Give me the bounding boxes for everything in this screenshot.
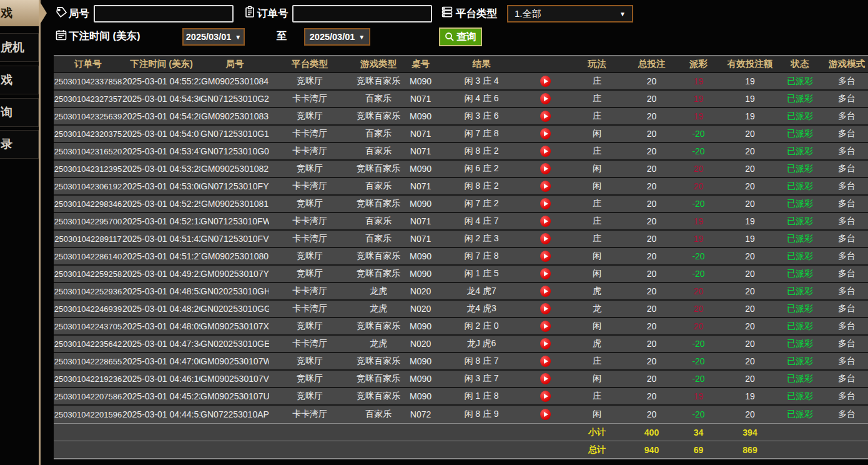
play-video-icon[interactable] bbox=[540, 338, 551, 349]
cell-bet-time: 2025-03-01 04:53:28 bbox=[122, 164, 200, 174]
play-video-icon[interactable] bbox=[540, 76, 551, 87]
play-video-icon[interactable] bbox=[540, 181, 551, 192]
col-header-valid: 有效投注额 bbox=[725, 58, 775, 70]
play-video-icon[interactable] bbox=[540, 251, 551, 262]
play-video-icon[interactable] bbox=[540, 128, 551, 139]
play-video-icon[interactable] bbox=[540, 233, 551, 244]
cell-table-no: M090 bbox=[407, 356, 435, 366]
play-video-icon[interactable] bbox=[540, 391, 551, 402]
cell-play-type: 闲 bbox=[563, 321, 631, 332]
bet-time-label: 下注时间 (美东) bbox=[69, 29, 141, 43]
cell-valid-bet: 20 bbox=[725, 251, 775, 261]
date-from-picker[interactable]: 2025/03/01 ▼ bbox=[182, 28, 245, 46]
cell-play-type: 庄 bbox=[563, 93, 631, 104]
chevron-down-icon: ▼ bbox=[619, 11, 626, 18]
play-video-icon[interactable] bbox=[540, 303, 551, 314]
cell-total-bet: 20 bbox=[631, 286, 672, 296]
sidebar-item-records[interactable]: 录 bbox=[0, 130, 39, 159]
play-video-icon[interactable] bbox=[540, 216, 551, 227]
cell-order-no: 250301042295700 bbox=[54, 217, 122, 226]
cell-result: 闲 4 庄 7 bbox=[435, 216, 528, 227]
cell-total-bet: 20 bbox=[631, 199, 672, 209]
cell-bet-time: 2025-03-01 04:47:34 bbox=[122, 339, 200, 349]
cell-result: 闲 7 庄 8 bbox=[435, 128, 528, 139]
cell-game-type: 竞咪百家乐 bbox=[350, 111, 407, 122]
cell-table-no: N071 bbox=[407, 129, 435, 139]
cell-game-type: 竞咪百家乐 bbox=[350, 321, 407, 332]
subtotal-valid-bet: 394 bbox=[725, 428, 775, 438]
sidebar-item-label: 询 bbox=[1, 104, 12, 121]
play-video-icon[interactable] bbox=[540, 356, 551, 367]
date-from-value: 2025/03/01 bbox=[186, 32, 232, 42]
cell-status: 已派彩 bbox=[775, 93, 825, 104]
tag-icon bbox=[55, 6, 67, 19]
sidebar-item-query[interactable]: 询 bbox=[0, 98, 39, 127]
cell-round-no: GN020253010GE bbox=[200, 339, 269, 349]
cell-play-type: 庄 bbox=[563, 111, 631, 122]
cell-result: 闲 1 庄 5 bbox=[435, 268, 528, 279]
play-video-icon[interactable] bbox=[540, 198, 551, 209]
to-label: 至 bbox=[277, 29, 287, 43]
cell-play-type: 龙 bbox=[563, 303, 631, 314]
sidebar-item-slots[interactable]: 虎机 bbox=[0, 33, 39, 62]
cell-play-type: 庄 bbox=[563, 198, 631, 209]
cell-result: 闲 6 庄 2 bbox=[435, 163, 528, 174]
cell-total-bet: 20 bbox=[631, 111, 672, 121]
sidebar-item-game[interactable]: 戏 bbox=[0, 66, 39, 94]
cell-play-type: 闲 bbox=[563, 409, 631, 420]
play-video-icon[interactable] bbox=[540, 321, 551, 332]
cell-platform: 卡卡湾厅 bbox=[269, 286, 350, 297]
cell-status: 已派彩 bbox=[775, 268, 825, 279]
cell-order-no: 250301042201596 bbox=[54, 410, 122, 419]
cell-total-bet: 20 bbox=[631, 321, 672, 331]
cell-platform: 竞咪厅 bbox=[269, 321, 350, 332]
sidebar-divider bbox=[39, 0, 41, 465]
cell-order-no: 250301042316520 bbox=[54, 147, 122, 156]
sidebar-item-live-game[interactable]: 戏 bbox=[0, 0, 39, 26]
play-video-icon[interactable] bbox=[540, 146, 551, 157]
col-header-time: 下注时间 (美东) bbox=[122, 58, 200, 70]
cell-platform: 竞咪厅 bbox=[269, 268, 350, 279]
cell-round-no: GM0902530107W bbox=[200, 356, 269, 366]
search-button-label: 查询 bbox=[456, 31, 476, 44]
cell-result: 闲 2 庄 3 bbox=[435, 233, 528, 244]
game-id-input[interactable] bbox=[94, 5, 234, 22]
order-no-label: 订单号 bbox=[257, 7, 289, 21]
date-to-picker[interactable]: 2025/03/01 ▼ bbox=[304, 28, 370, 46]
cell-play-type: 闲 bbox=[563, 128, 631, 139]
table-row: 250301042316520 2025-03-01 04:53:47 GN07… bbox=[54, 143, 868, 161]
table-row: 250301042259258 2025-03-01 04:49:21 GM09… bbox=[54, 266, 868, 283]
cell-status: 已派彩 bbox=[775, 111, 825, 122]
cell-result: 闲 8 庄 2 bbox=[435, 146, 528, 157]
search-button[interactable]: 查询 bbox=[439, 28, 482, 46]
order-no-input[interactable] bbox=[292, 5, 432, 22]
play-video-icon[interactable] bbox=[540, 93, 551, 104]
cell-play-type: 庄 bbox=[563, 233, 631, 244]
play-video-icon[interactable] bbox=[540, 373, 551, 384]
col-header-play: 玩法 bbox=[563, 58, 631, 70]
cell-platform: 卡卡湾厅 bbox=[269, 233, 350, 244]
cell-platform: 卡卡湾厅 bbox=[269, 303, 350, 314]
cell-round-no: GM09025301081 bbox=[200, 199, 269, 209]
cell-total-bet: 20 bbox=[631, 409, 672, 419]
play-video-icon[interactable] bbox=[540, 286, 551, 297]
cell-order-no: 250301042246939 bbox=[54, 304, 122, 314]
table-row: 250301042298346 2025-03-01 04:52:25 GM09… bbox=[54, 196, 868, 213]
sidebar-item-label: 录 bbox=[1, 136, 12, 152]
cell-order-no: 250301042337858 bbox=[54, 77, 122, 86]
cell-table-no: N071 bbox=[407, 216, 435, 226]
cell-bet-time: 2025-03-01 04:52:25 bbox=[122, 199, 200, 209]
cell-total-bet: 20 bbox=[631, 339, 672, 349]
cell-game-type: 百家乐 bbox=[350, 409, 407, 420]
play-video-icon[interactable] bbox=[540, 163, 551, 174]
cell-platform: 竞咪厅 bbox=[269, 251, 350, 262]
platform-type-select[interactable]: 1.全部 ▼ bbox=[507, 5, 633, 22]
cell-result: 闲 3 庄 7 bbox=[435, 373, 528, 384]
play-video-icon[interactable] bbox=[540, 268, 551, 279]
play-video-icon[interactable] bbox=[540, 111, 551, 122]
cell-status: 已派彩 bbox=[775, 233, 825, 244]
cell-status: 已派彩 bbox=[775, 146, 825, 157]
cell-result: 龙J 虎6 bbox=[435, 338, 528, 349]
cell-bet-time: 2025-03-01 04:53:47 bbox=[122, 146, 200, 156]
play-video-icon[interactable] bbox=[540, 409, 551, 420]
